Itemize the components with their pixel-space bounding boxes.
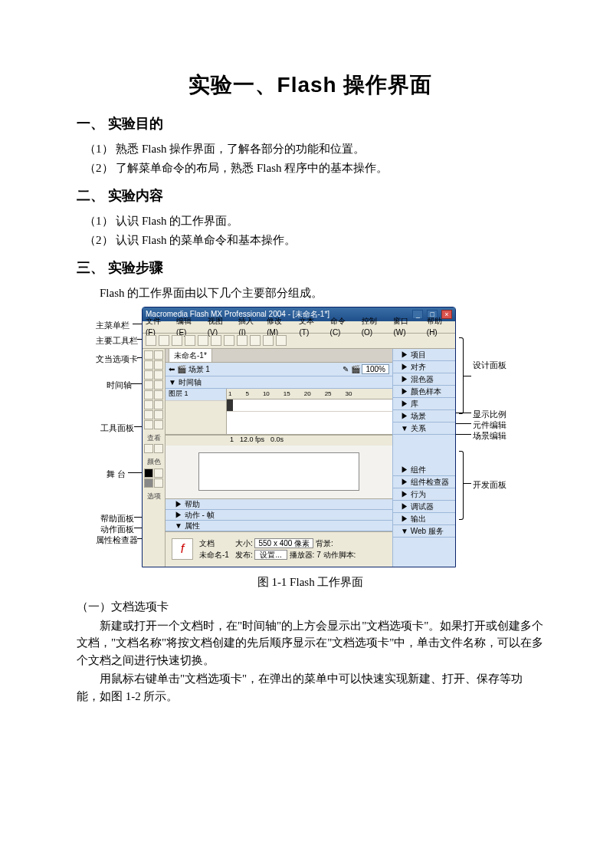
tb-copy-icon[interactable] (211, 335, 221, 346)
tb-cut-icon[interactable] (198, 335, 208, 346)
tb-print-icon[interactable] (185, 335, 195, 346)
rp-behavior[interactable]: ▶ 行为 (393, 488, 455, 501)
menu-help[interactable]: 帮助(H) (427, 315, 452, 338)
properties-panel: f 文档 未命名-1 大小: 550 x 400 像素 背景: 发布: 设置..… (166, 531, 392, 567)
frame-row[interactable] (227, 399, 392, 412)
transform-tool-icon[interactable] (144, 400, 153, 409)
text-tool-icon[interactable] (154, 370, 163, 380)
fill-color-icon[interactable] (144, 478, 153, 488)
pencil-tool-icon[interactable] (144, 390, 153, 399)
document-tab[interactable]: 未命名-1* (169, 348, 212, 362)
sub1-heading: （一）文档选项卡 (77, 598, 544, 616)
keyframe-icon[interactable] (227, 399, 233, 411)
lbl-sceneedit: 场景编辑 (473, 429, 506, 442)
sub1-p1: 新建或打开一个文档时，在"时间轴"的上方会显示出"文档选项卡"。如果打开或创建多… (77, 617, 544, 669)
dropper-tool-icon[interactable] (144, 420, 153, 429)
size-label: 大小: (235, 539, 253, 547)
menu-command[interactable]: 命令(C) (330, 315, 356, 338)
tb-save-icon[interactable] (172, 335, 182, 346)
tb-snap-icon[interactable] (263, 335, 274, 346)
rp-output[interactable]: ▶ 输出 (393, 513, 455, 525)
rp-library[interactable]: ▶ 库 (393, 398, 455, 410)
lbl-propinsp: 属性检查器 (96, 534, 138, 547)
layers-column: 图层 1 (166, 389, 227, 434)
rp-project[interactable]: ▶ 项目 (393, 349, 455, 361)
zoom-field[interactable]: 100% (362, 364, 389, 374)
tools-opt-label: 选项 (144, 492, 163, 502)
size-button[interactable]: 550 x 400 像素 (254, 538, 313, 548)
figure-1-1: 主菜单栏 主要工具栏 文当选项卡 时间轴 工具面板 舞 台 帮助面板 动作面板 … (96, 307, 525, 569)
rp-scene[interactable]: ▶ 场景 (393, 410, 455, 422)
figure-caption: 图 1-1 Flash 工作界面 (77, 574, 544, 591)
stroke-swatch-icon[interactable] (154, 469, 163, 478)
sub1-p2: 用鼠标右键单击"文档选项卡"，在弹出的菜单中可以快速实现新建、打开、保存等功能，… (77, 670, 544, 705)
stroke-color-icon[interactable] (144, 469, 153, 478)
back-arrow-icon[interactable]: ⬅ (169, 365, 175, 373)
time-label: 0.0s (270, 435, 284, 446)
lbl-dev-panel: 开发面板 (473, 478, 506, 492)
timeline-header[interactable]: ▼ 时间轴 (166, 376, 392, 389)
fill-transform-tool-icon[interactable] (154, 400, 163, 409)
rp-align[interactable]: ▶ 对齐 (393, 361, 455, 373)
oval-tool-icon[interactable] (144, 380, 153, 390)
layer-name: 图层 1 (169, 389, 188, 399)
lbl-toolbar: 主要工具栏 (96, 334, 138, 347)
section-3-heading: 三、 实验步骤 (77, 258, 544, 278)
tb-paste-icon[interactable] (224, 335, 234, 346)
tb-open-icon[interactable] (159, 335, 169, 346)
lbl-timeline: 时间轴 (107, 379, 132, 392)
rp-compinsp[interactable]: ▶ 组件检查器 (393, 476, 455, 488)
action-panel-header[interactable]: ▶ 动作 - 帧 (166, 510, 392, 521)
settings-button[interactable]: 设置... (254, 550, 287, 560)
tb-align-icon[interactable] (276, 335, 287, 346)
bucket-tool-icon[interactable] (154, 410, 163, 419)
scene-icon: 🎬 (177, 365, 186, 373)
scene-bar: ⬅ 🎬 场景 1 ✎ 🎬 100% (166, 363, 392, 376)
rp-relation[interactable]: ▼ 关系 (393, 422, 455, 435)
menu-text[interactable]: 文本(T) (299, 315, 323, 338)
hand-tool-icon[interactable] (144, 444, 153, 453)
eraser-tool-icon[interactable] (154, 420, 163, 429)
rp-component[interactable]: ▶ 组件 (393, 464, 455, 476)
ink-tool-icon[interactable] (144, 410, 153, 419)
rp-webservice[interactable]: ▼ Web 服务 (393, 525, 455, 538)
line-tool-icon[interactable] (144, 360, 153, 370)
menu-control[interactable]: 控制(O) (362, 315, 388, 338)
help-panel-header[interactable]: ▶ 帮助 (166, 499, 392, 510)
section-2-heading: 二、 实验内容 (77, 186, 544, 206)
brush-tool-icon[interactable] (154, 390, 163, 399)
tb-new-icon[interactable] (146, 335, 156, 346)
prop-doc-name: 未命名-1 (199, 549, 229, 561)
tb-redo-icon[interactable] (250, 335, 261, 346)
bottom-panels: ▶ 帮助 ▶ 动作 - 帧 ▼ 属性 f 文档 未命名-1 大小: 550 x … (166, 498, 392, 567)
zoom-tool-icon[interactable] (154, 444, 163, 453)
stage-area[interactable] (166, 446, 392, 498)
tb-undo-icon[interactable] (237, 335, 247, 346)
document-tabs: 未命名-1* (166, 349, 392, 363)
menu-window[interactable]: 窗口(W) (393, 315, 420, 338)
fps-label: 12.0 fps (240, 435, 264, 446)
timeline-panel: 图层 1 1 5 10 15 20 25 30 (166, 389, 392, 435)
s1-item-2: （2） 了解菜单命令的布局，熟悉 Flash 程序中的基本操作。 (84, 159, 544, 177)
edit-scene-icon[interactable]: 🎬 (351, 365, 360, 373)
rp-debugger[interactable]: ▶ 调试器 (393, 501, 455, 513)
publish-label: 发布: (235, 551, 253, 559)
lbl-design-panel: 设计面板 (473, 359, 506, 372)
menubar: 文件(F) 编辑(E) 视图(V) 插入(I) 修改(M) 文本(T) 命令(C… (143, 321, 455, 334)
pen-tool-icon[interactable] (144, 370, 153, 380)
s2-item-1: （1） 认识 Flash 的工作界面。 (84, 212, 544, 230)
layer-row[interactable]: 图层 1 (166, 389, 226, 401)
edit-symbol-icon[interactable]: ✎ (343, 365, 349, 373)
doc-icon: f (172, 538, 193, 560)
section-1-heading: 一、 实验目的 (77, 113, 544, 134)
lasso-tool-icon[interactable] (154, 360, 163, 370)
frame-ruler: 1 5 10 15 20 25 30 (227, 389, 392, 399)
subselect-tool-icon[interactable] (154, 350, 163, 360)
tools-panel: 查看 颜色 选项 (143, 349, 166, 567)
rect-tool-icon[interactable] (154, 380, 163, 390)
rp-mixer[interactable]: ▶ 混色器 (393, 373, 455, 386)
rp-swatch[interactable]: ▶ 颜色样本 (393, 386, 455, 398)
props-panel-header[interactable]: ▼ 属性 (166, 521, 392, 531)
fill-swatch-icon[interactable] (154, 478, 163, 488)
arrow-tool-icon[interactable] (144, 350, 153, 360)
